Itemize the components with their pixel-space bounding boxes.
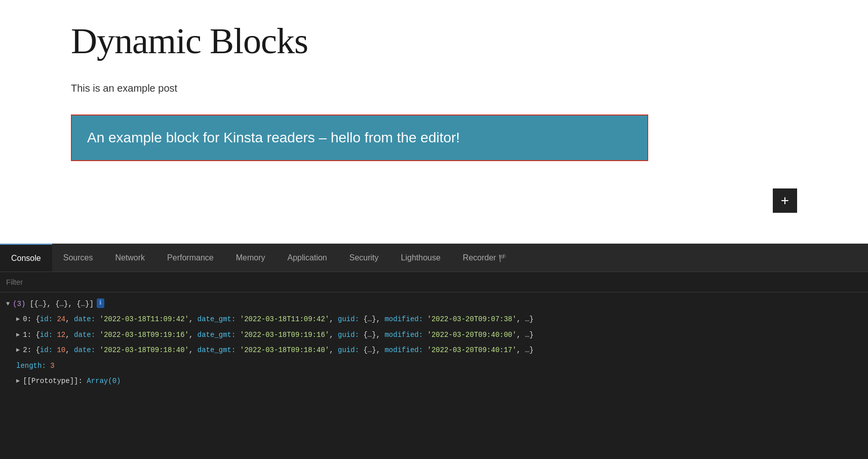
console-item-1-date-val: '2022-03-18T09:19:16': [100, 329, 189, 340]
expand-arrow-0[interactable]: ▶: [16, 315, 20, 324]
tab-sources[interactable]: Sources: [52, 244, 104, 272]
tab-network[interactable]: Network: [104, 244, 156, 272]
page-title: Dynamic Blocks: [71, 20, 797, 62]
console-prototype-line[interactable]: ▶ [[Prototype]]: Array(0): [0, 373, 868, 389]
console-root-line[interactable]: ▼ (3) [{…}, {…}, {…}] ℹ: [0, 296, 868, 312]
console-item-2[interactable]: ▶ 2: { id: 10 , date: '2022-03-18T09:18:…: [0, 342, 868, 358]
console-filter-input[interactable]: [6, 278, 107, 286]
console-item-0-guid-key: guid:: [338, 314, 363, 325]
console-item-1-dategmt-key: date_gmt:: [198, 329, 240, 340]
add-content-button[interactable]: +: [773, 188, 797, 213]
page-content: Dynamic Blocks This is an example post A…: [0, 0, 868, 243]
tab-console[interactable]: Console: [0, 244, 52, 272]
console-item-0-sep3: ,: [329, 314, 338, 325]
tab-application[interactable]: Application: [276, 244, 338, 272]
tab-security[interactable]: Security: [338, 244, 390, 272]
console-item-2-guid-key: guid:: [338, 345, 363, 356]
console-item-2-dategmt-val: '2022-03-18T09:18:40': [240, 345, 329, 356]
console-item-2-open: {: [35, 345, 40, 356]
console-item-2-index: 2:: [23, 345, 35, 356]
tab-memory-label: Memory: [236, 253, 265, 262]
console-item-1[interactable]: ▶ 1: { id: 12 , date: '2022-03-18T09:19:…: [0, 327, 868, 342]
tab-memory[interactable]: Memory: [225, 244, 277, 272]
info-badge[interactable]: ℹ: [97, 298, 104, 308]
tab-network-label: Network: [115, 253, 145, 262]
console-item-1-open: {: [35, 329, 40, 340]
console-item-1-guid-val: {…},: [363, 329, 384, 340]
console-item-0-sep1: ,: [65, 314, 74, 325]
console-item-0-date-val: '2022-03-18T11:09:42': [100, 314, 189, 325]
devtools-panel: Console Sources Network Performance Memo…: [0, 244, 868, 459]
console-item-2-id-key: id:: [40, 345, 57, 356]
console-length-spacer: [46, 360, 50, 371]
console-length-line: length: 3: [0, 358, 868, 373]
console-item-2-sep3: ,: [329, 345, 338, 356]
tab-application-label: Application: [287, 253, 327, 262]
console-item-0-id-val: 24: [57, 314, 65, 325]
console-prototype-spacer: [83, 375, 87, 387]
expand-arrow-2[interactable]: ▶: [16, 346, 20, 355]
tab-security-label: Security: [349, 253, 379, 262]
tab-console-label: Console: [11, 254, 41, 263]
console-item-1-end: , …}: [517, 329, 534, 340]
console-item-2-date-val: '2022-03-18T09:18:40': [100, 345, 189, 356]
console-item-2-sep2: ,: [189, 345, 198, 356]
console-item-2-id-val: 10: [57, 345, 65, 356]
console-item-2-dategmt-key: date_gmt:: [198, 345, 240, 356]
console-item-2-guid-val: {…},: [363, 345, 384, 356]
console-item-0[interactable]: ▶ 0: { id: 24 , date: '2022-03-18T11:09:…: [0, 312, 868, 327]
tab-performance-label: Performance: [167, 253, 214, 262]
expand-arrow-root[interactable]: ▼: [6, 299, 10, 309]
console-item-1-modified-val: '2022-03-20T09:40:00': [427, 329, 516, 340]
tab-lighthouse-label: Lighthouse: [401, 253, 441, 262]
console-item-0-modified-key: modified:: [384, 314, 427, 325]
console-item-1-date-key: date:: [74, 329, 99, 340]
console-item-1-id-key: id:: [40, 329, 57, 340]
page-subtitle: This is an example post: [71, 83, 797, 94]
console-item-0-date-key: date:: [74, 314, 99, 325]
devtools-tab-bar: Console Sources Network Performance Memo…: [0, 244, 868, 272]
console-item-0-sep2: ,: [189, 314, 198, 325]
console-item-2-end: , …}: [517, 345, 534, 356]
console-item-0-end: , …}: [517, 314, 534, 325]
devtools-filter-bar: [0, 272, 868, 292]
tab-sources-label: Sources: [63, 253, 93, 262]
console-item-2-modified-key: modified:: [384, 345, 427, 356]
console-item-0-modified-val: '2022-03-20T09:07:38': [427, 314, 516, 325]
tab-lighthouse[interactable]: Lighthouse: [390, 244, 452, 272]
tab-recorder-label: Recorder: [463, 253, 496, 262]
console-item-0-dategmt-key: date_gmt:: [198, 314, 240, 325]
console-item-1-sep3: ,: [329, 329, 338, 340]
console-item-1-sep1: ,: [65, 329, 74, 340]
console-root-text: [{…}, {…}, {…}]: [30, 298, 94, 310]
devtools-console-output: ▼ (3) [{…}, {…}, {…}] ℹ ▶ 0: { id: 24 , …: [0, 292, 868, 459]
console-item-1-modified-key: modified:: [384, 329, 427, 340]
console-item-1-index: 1:: [23, 329, 35, 340]
console-item-1-guid-key: guid:: [338, 329, 363, 340]
console-length-key: length:: [16, 360, 46, 371]
console-item-0-guid-val: {…},: [363, 314, 384, 325]
console-prototype-key: [[Prototype]]:: [23, 375, 83, 387]
console-item-0-index: 0:: [23, 314, 35, 325]
console-item-1-sep2: ,: [189, 329, 198, 340]
highlight-block: An example block for Kinsta readers – he…: [71, 114, 648, 161]
console-item-0-open: {: [35, 314, 40, 325]
console-item-1-id-val: 12: [57, 329, 65, 340]
console-item-2-date-key: date:: [74, 345, 99, 356]
tab-recorder[interactable]: Recorder 🏴: [452, 244, 518, 272]
console-root-prefix: (3): [13, 298, 30, 310]
expand-arrow-prototype[interactable]: ▶: [16, 376, 20, 386]
recorder-icon: 🏴: [498, 254, 507, 262]
console-item-2-sep1: ,: [65, 345, 74, 356]
console-item-0-id-key: id:: [40, 314, 57, 325]
console-prototype-value: Array(0): [87, 375, 121, 387]
tab-performance[interactable]: Performance: [156, 244, 225, 272]
expand-arrow-1[interactable]: ▶: [16, 330, 20, 340]
console-item-2-modified-val: '2022-03-20T09:40:17': [427, 345, 516, 356]
console-length-value: 3: [50, 360, 54, 371]
console-item-0-dategmt-val: '2022-03-18T11:09:42': [240, 314, 329, 325]
console-item-1-dategmt-val: '2022-03-18T09:19:16': [240, 329, 329, 340]
